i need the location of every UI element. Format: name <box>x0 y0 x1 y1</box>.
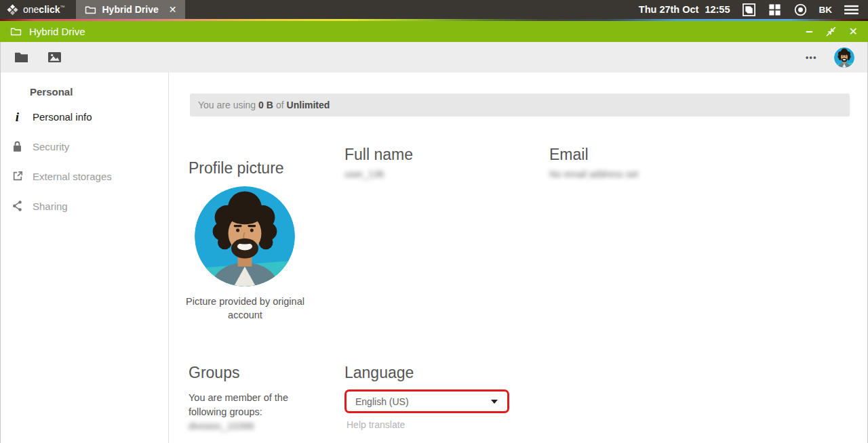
gallery-app-button[interactable] <box>47 51 62 64</box>
sidebar-item-personal-info[interactable]: i Personal info <box>1 102 168 131</box>
language-selected-value: English (US) <box>355 396 409 407</box>
minimize-button[interactable]: − <box>806 26 813 38</box>
groups-heading: Groups <box>189 364 239 382</box>
email-heading: Email <box>549 146 589 164</box>
user-initials[interactable]: BK <box>819 5 833 15</box>
sidebar-item-label: Personal info <box>33 111 92 123</box>
info-icon: i <box>11 110 24 123</box>
screen: oneclick™ Hybrid Drive ✕ Thu 27th Oct 12… <box>0 0 868 443</box>
fullname-heading: Full name <box>344 146 413 164</box>
sidebar-item-label: Sharing <box>33 201 68 212</box>
personal-info-panel: You are using 0 B of Unlimited Profile p… <box>169 72 867 443</box>
profile-avatar <box>195 186 295 287</box>
chevron-down-icon <box>491 400 498 404</box>
language-heading: Language <box>344 364 414 382</box>
language-select[interactable]: English (US) <box>344 389 509 413</box>
groups-value: division_10396 <box>189 421 254 431</box>
profile-picture-heading: Profile picture <box>189 159 284 177</box>
window-title: Hybrid Drive <box>29 26 85 37</box>
header-avatar[interactable] <box>834 47 854 68</box>
clock-date: Thu 27th Oct <box>639 4 699 15</box>
clock-time: 12:55 <box>705 4 730 15</box>
sidebar-item-external-storages[interactable]: External storages <box>1 161 168 191</box>
sidebar-item-sharing[interactable]: Sharing <box>1 191 168 221</box>
quota-banner: You are using 0 B of Unlimited <box>190 93 850 117</box>
folder-open-icon <box>85 5 96 15</box>
external-link-icon <box>11 170 24 182</box>
brand-text: oneclick™ <box>23 4 65 15</box>
tab-label: Hybrid Drive <box>102 4 159 15</box>
more-options-button[interactable]: ••• <box>806 53 817 62</box>
taskbar-tab-hybrid-drive[interactable]: Hybrid Drive ✕ <box>76 0 186 19</box>
quota-total: Unlimited <box>287 100 330 110</box>
tab-close-icon[interactable]: ✕ <box>169 4 177 15</box>
profile-picture-caption: Picture provided by original account <box>182 295 308 322</box>
fullname-value: user_136 <box>344 169 384 180</box>
quota-used: 0 B <box>258 100 273 110</box>
restore-window-button[interactable] <box>826 26 836 37</box>
window-grid-icon[interactable] <box>768 3 782 17</box>
sidebar-item-label: Security <box>33 141 69 152</box>
hamburger-menu-icon[interactable] <box>844 4 859 16</box>
app-header: ••• <box>1 42 867 72</box>
window-titlebar: Hybrid Drive − ✕ <box>0 21 868 42</box>
sidebar-heading: Personal <box>1 86 168 98</box>
app-window: ••• <box>0 42 868 443</box>
close-window-button[interactable]: ✕ <box>849 26 858 37</box>
help-translate-link[interactable]: Help translate <box>347 419 405 430</box>
os-taskbar: oneclick™ Hybrid Drive ✕ Thu 27th Oct 12… <box>0 0 868 19</box>
share-icon <box>11 200 24 212</box>
files-app-button[interactable] <box>14 51 29 64</box>
groups-description: You are member of the following groups: <box>189 391 304 419</box>
clock: Thu 27th Oct 12:55 <box>639 4 730 15</box>
fit-screen-icon[interactable] <box>742 3 756 17</box>
sidebar-item-label: External storages <box>33 171 112 182</box>
sidebar-item-security[interactable]: Security <box>1 131 168 161</box>
email-value: No email address set <box>549 169 639 180</box>
settings-sidebar: Personal i Personal info Security <box>1 72 169 443</box>
record-icon[interactable] <box>793 3 808 17</box>
oneclick-logo-icon <box>7 4 18 16</box>
oneclick-brand[interactable]: oneclick™ <box>0 0 76 19</box>
folder-open-icon <box>10 26 22 37</box>
lock-icon <box>11 140 24 153</box>
